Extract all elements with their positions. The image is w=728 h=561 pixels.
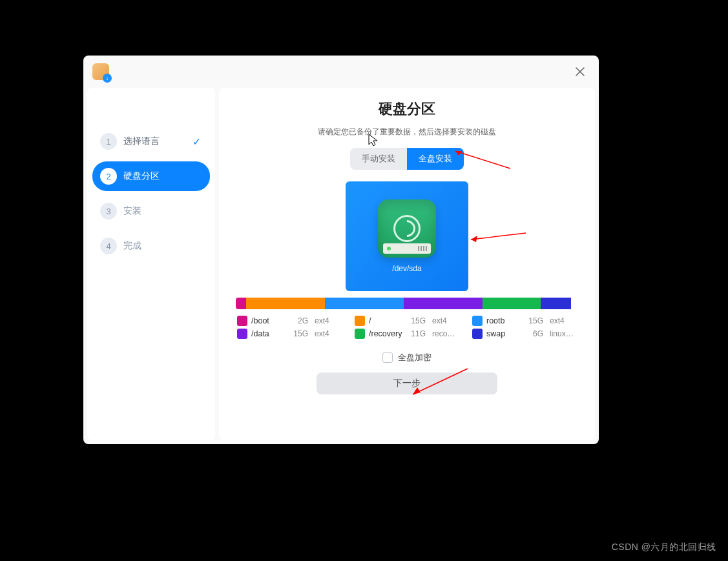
mode-manual-button[interactable]: 手动安装 xyxy=(350,148,407,170)
legend-name: /boot xyxy=(251,316,286,325)
partition-segment xyxy=(246,298,325,309)
page-title: 硬盘分区 xyxy=(379,99,435,119)
encrypt-row: 全盘加密 xyxy=(382,352,432,363)
annotation-arrow-2 xyxy=(464,227,529,252)
legend-name: swap xyxy=(486,329,521,338)
step-1[interactable]: 1 选择语言 ✓ xyxy=(92,127,210,156)
legend-item: /boot 2Gext4 xyxy=(237,316,342,326)
legend-size: 6G xyxy=(525,329,543,338)
legend-name: / xyxy=(369,316,404,325)
partition-legend: /boot 2Gext4 / 15Gext4 rootb 15Gext4 /da… xyxy=(236,309,578,348)
legend-item: rootb 15Gext4 xyxy=(472,316,577,326)
sidebar: 1 选择语言 ✓2 硬盘分区 3 安装 4 完成 xyxy=(87,88,215,440)
svg-marker-3 xyxy=(471,236,477,242)
legend-size: 2G xyxy=(290,316,308,325)
step-label: 选择语言 xyxy=(123,136,160,147)
partition-segment xyxy=(325,298,404,309)
mode-full-button[interactable]: 全盘安装 xyxy=(407,148,464,170)
partition-segment xyxy=(236,298,246,309)
step-label: 硬盘分区 xyxy=(123,170,160,182)
installer-window: 1 选择语言 ✓2 硬盘分区 3 安装 4 完成 硬盘分区 请确定您已备份了重要… xyxy=(83,56,599,444)
step-2[interactable]: 2 硬盘分区 xyxy=(92,161,210,191)
step-number: 2 xyxy=(100,168,117,185)
app-icon xyxy=(92,63,109,80)
titlebar xyxy=(83,56,599,88)
close-button[interactable] xyxy=(570,62,590,81)
encrypt-checkbox[interactable] xyxy=(382,352,393,363)
disk-icon xyxy=(378,199,436,258)
disk-card[interactable]: /dev/sda xyxy=(346,181,468,291)
encrypt-label: 全盘加密 xyxy=(398,352,432,363)
legend-fs: reco… xyxy=(432,329,459,338)
legend-fs: ext4 xyxy=(315,329,342,338)
partition-segment xyxy=(404,298,483,309)
legend-fs: ext4 xyxy=(315,316,342,325)
legend-size: 11G xyxy=(408,329,426,338)
close-icon xyxy=(576,67,585,76)
legend-swatch xyxy=(237,329,247,339)
legend-item: swap 6Glinux… xyxy=(472,329,577,339)
legend-name: rootb xyxy=(486,316,521,325)
svg-line-2 xyxy=(471,233,526,240)
legend-name: /recovery xyxy=(369,329,404,338)
next-button[interactable]: 下一步 xyxy=(317,372,497,394)
legend-item: /recovery 11Greco… xyxy=(355,329,459,339)
partition-bar xyxy=(236,298,578,309)
check-icon: ✓ xyxy=(192,136,201,148)
legend-swatch xyxy=(237,316,247,326)
page-subtitle: 请确定您已备份了重要数据，然后选择要安装的磁盘 xyxy=(318,127,496,138)
step-number: 3 xyxy=(100,203,117,219)
partition-segment xyxy=(541,298,572,309)
install-mode-segment: 手动安装 全盘安装 xyxy=(350,148,464,170)
legend-swatch xyxy=(472,329,483,339)
disk-path: /dev/sda xyxy=(392,264,421,273)
main-panel: 硬盘分区 请确定您已备份了重要数据，然后选择要安装的磁盘 手动安装 全盘安装 /… xyxy=(219,88,595,440)
step-4[interactable]: 4 完成 xyxy=(92,231,210,261)
step-label: 完成 xyxy=(123,240,141,252)
step-number: 1 xyxy=(100,133,117,150)
legend-item: /data 15Gext4 xyxy=(237,329,342,339)
legend-fs: ext4 xyxy=(550,316,577,325)
legend-size: 15G xyxy=(525,316,543,325)
step-3[interactable]: 3 安装 xyxy=(92,196,210,226)
legend-swatch xyxy=(472,316,483,326)
legend-fs: ext4 xyxy=(432,316,459,325)
legend-swatch xyxy=(355,316,365,326)
legend-swatch xyxy=(355,329,365,339)
legend-size: 15G xyxy=(408,316,426,325)
step-number: 4 xyxy=(100,238,117,254)
partition-segment xyxy=(483,298,541,309)
watermark: CSDN @六月的北回归线 xyxy=(612,542,716,553)
legend-name: /data xyxy=(251,329,286,338)
legend-size: 15G xyxy=(290,329,308,338)
step-label: 安装 xyxy=(123,205,141,217)
legend-item: / 15Gext4 xyxy=(355,316,459,326)
body: 1 选择语言 ✓2 硬盘分区 3 安装 4 完成 硬盘分区 请确定您已备份了重要… xyxy=(83,88,599,444)
legend-fs: linux… xyxy=(550,329,577,338)
